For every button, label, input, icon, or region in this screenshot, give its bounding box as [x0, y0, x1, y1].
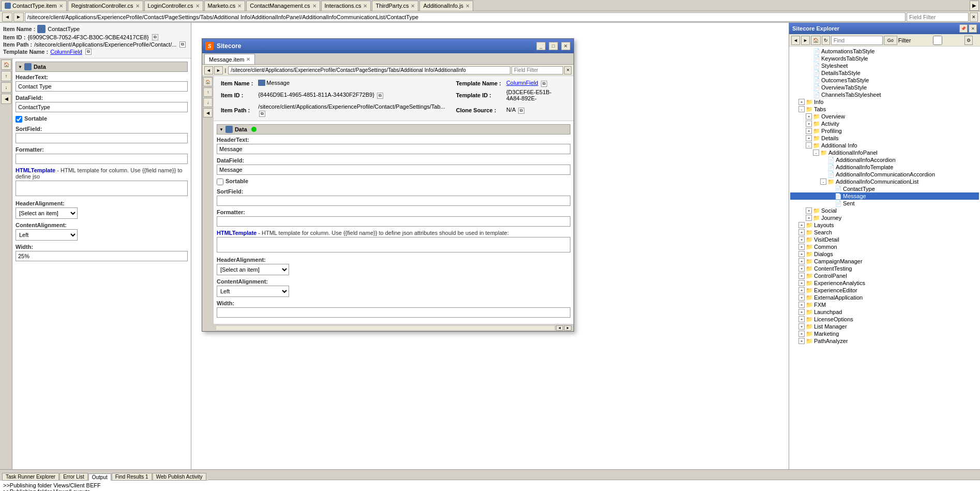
- tree-item-detailstabstyle[interactable]: 📄DetailsTabStyle: [790, 69, 979, 77]
- bottom-tab-taskrunner[interactable]: Task Runner Explorer: [2, 473, 59, 481]
- tree-item-externalapplication[interactable]: +📁ExternalApplication: [790, 294, 979, 301]
- modal-nav-up[interactable]: ↑: [203, 87, 213, 97]
- nav-icon-btn3[interactable]: ◀: [1, 94, 11, 104]
- expand-button[interactable]: +: [798, 302, 805, 308]
- copy-id-button[interactable]: ⧉: [152, 34, 158, 40]
- modal-formatter-input[interactable]: [217, 216, 570, 227]
- home-icon-btn[interactable]: 🏠: [1, 59, 11, 70]
- expand-button[interactable]: +: [806, 113, 812, 120]
- expand-button[interactable]: +: [798, 273, 805, 279]
- address-input[interactable]: [25, 12, 906, 22]
- tab-close[interactable]: ✕: [135, 3, 140, 9]
- modal-scroll-left[interactable]: ◄: [556, 325, 563, 331]
- expand-button[interactable]: -: [798, 106, 805, 112]
- sortable-checkbox[interactable]: [16, 116, 22, 123]
- bottom-tab-output[interactable]: Output: [88, 473, 111, 481]
- tree-item-contacttype[interactable]: 📄ContactType: [790, 185, 979, 192]
- modal-nav-down[interactable]: ↓: [203, 98, 213, 107]
- modal-sortable-checkbox[interactable]: [217, 178, 223, 185]
- tree-item-channelstabstylesheet[interactable]: 📄ChannelsTabStylesheet: [790, 91, 979, 98]
- tree-item-fxm[interactable]: +📁FXM: [790, 301, 979, 308]
- expand-button[interactable]: +: [798, 338, 805, 344]
- modal-nav-back[interactable]: ◀: [203, 108, 213, 117]
- expand-button[interactable]: -: [813, 150, 819, 156]
- modal-home-icon[interactable]: 🏠: [203, 77, 213, 86]
- modal-header-text-input[interactable]: [217, 144, 570, 154]
- tree-item-additionalinfopanel[interactable]: -📁AdditionalInfoPanel: [790, 149, 979, 156]
- explorer-close-button[interactable]: ✕: [969, 24, 977, 33]
- explorer-go-button[interactable]: Go: [884, 36, 897, 45]
- tree-item-pathanalyzer[interactable]: +📁PathAnalyzer: [790, 337, 979, 345]
- tree-item-dialogs[interactable]: +📁Dialogs: [790, 250, 979, 258]
- expand-button[interactable]: +: [806, 215, 812, 221]
- tree-item-keywordstabstyle[interactable]: 📄KeywordsTabStyle: [790, 55, 979, 62]
- back-button[interactable]: ◄: [2, 12, 12, 22]
- tab-interactions[interactable]: Interactions.cs ✕: [321, 1, 371, 11]
- expand-button[interactable]: +: [798, 251, 805, 257]
- expand-button[interactable]: +: [806, 128, 812, 134]
- bottom-tab-webpublish[interactable]: Web Publish Activity: [153, 473, 206, 481]
- tree-item-additionalinfocommunicationlist[interactable]: -📁AdditionalInfoCommunicationList: [790, 178, 979, 185]
- tree-item-common[interactable]: +📁Common: [790, 243, 979, 250]
- tab-logincontroller[interactable]: LoginController.cs ✕: [144, 1, 203, 11]
- data-section-header[interactable]: ▼ Data: [16, 62, 188, 72]
- tree-item-overviewtabstyle[interactable]: 📄OverviewTabStyle: [790, 84, 979, 91]
- data-field-input[interactable]: [16, 102, 188, 112]
- tab-overflow[interactable]: ▶: [970, 1, 979, 11]
- modal-maximize-button[interactable]: □: [549, 42, 558, 50]
- tab-additionalinfo[interactable]: AdditionalInfo.js ✕: [419, 1, 473, 11]
- tree-item-licenseoptions[interactable]: +📁LicenseOptions: [790, 316, 979, 323]
- explorer-settings-button[interactable]: ⚙: [964, 36, 973, 45]
- tree-item-experienceeditor[interactable]: +📁ExperienceEditor: [790, 287, 979, 294]
- modal-header-alignment-select[interactable]: [Select an item]: [217, 264, 289, 275]
- explorer-forward-button[interactable]: ►: [801, 36, 810, 45]
- formatter-input[interactable]: [16, 154, 188, 164]
- tree-item-additionalinfoaccordion[interactable]: 📄AdditionalInfoAccordion: [790, 156, 979, 163]
- modal-minimize-button[interactable]: _: [536, 42, 546, 50]
- modal-scrollbar[interactable]: [216, 325, 555, 331]
- tree-item-overview[interactable]: +📁Overview: [790, 113, 979, 120]
- expand-button[interactable]: +: [798, 222, 805, 228]
- modal-data-section[interactable]: ▼ Data: [217, 124, 570, 135]
- modal-field-filter-clear[interactable]: ✕: [564, 66, 571, 75]
- tree-item-launchpad[interactable]: +📁Launchpad: [790, 308, 979, 316]
- tree-item-journey[interactable]: +📁Journey: [790, 214, 979, 221]
- tab-contactmgmt[interactable]: ContactManagement.cs ✕: [246, 1, 320, 11]
- modal-sort-field-input[interactable]: [217, 196, 570, 206]
- modal-content-alignment-select[interactable]: Left: [217, 286, 289, 297]
- tree-item-activity[interactable]: +📁Activity: [790, 120, 979, 127]
- tree-item-marketing[interactable]: +📁Marketing: [790, 330, 979, 337]
- modal-copy-clone[interactable]: ⧉: [518, 108, 524, 114]
- tree-item-sent[interactable]: 📄Sent: [790, 200, 979, 207]
- expand-button[interactable]: -: [820, 178, 826, 185]
- modal-html-template-link[interactable]: HTMLTemplate: [217, 230, 257, 236]
- tab-close[interactable]: ✕: [411, 3, 415, 9]
- tree-item-social[interactable]: +📁Social: [790, 207, 979, 214]
- expand-button[interactable]: +: [806, 207, 812, 214]
- modal-template-name-value[interactable]: ColumnField: [506, 80, 538, 86]
- expand-button[interactable]: -: [806, 142, 812, 148]
- tab-close[interactable]: ✕: [237, 3, 242, 9]
- tree-item-details[interactable]: +📁Details: [790, 135, 979, 142]
- tab-close[interactable]: ✕: [465, 3, 470, 9]
- expand-button[interactable]: +: [798, 323, 805, 330]
- expand-button[interactable]: +: [798, 294, 805, 301]
- sort-field-input[interactable]: [16, 133, 188, 143]
- tab-thirdparty[interactable]: ThirdParty.cs ✕: [372, 1, 418, 11]
- nav-icon-btn2[interactable]: ↓: [1, 82, 11, 93]
- modal-tab-message[interactable]: Message.item ✕: [204, 54, 255, 64]
- expand-button[interactable]: +: [806, 121, 812, 127]
- tree-item-contenttesting[interactable]: +📁ContentTesting: [790, 265, 979, 272]
- forward-button[interactable]: ►: [13, 12, 24, 22]
- expand-button[interactable]: +: [798, 287, 805, 293]
- content-alignment-select[interactable]: Left: [16, 229, 78, 241]
- tab-contacttype[interactable]: ContactType.item ✕: [1, 1, 67, 11]
- copy-template-button[interactable]: ⧉: [85, 49, 92, 55]
- template-name-link[interactable]: ColumnField: [50, 49, 82, 55]
- expand-button[interactable]: +: [798, 244, 805, 250]
- tab-close[interactable]: ✕: [312, 3, 316, 9]
- tab-marketo[interactable]: Marketo.cs ✕: [204, 1, 246, 11]
- tree-item-stylesheet[interactable]: 📄Stylesheet: [790, 62, 979, 69]
- explorer-filter-checkbox[interactable]: [912, 36, 963, 45]
- tree-item-tabs[interactable]: -📁Tabs: [790, 106, 979, 113]
